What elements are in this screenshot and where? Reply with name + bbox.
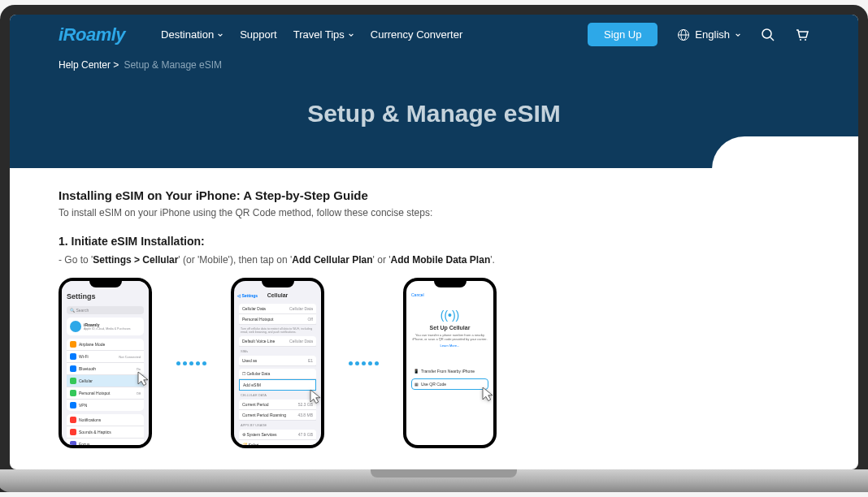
- search-button[interactable]: [761, 28, 775, 42]
- phone-settings: Settings 🔍 Search iRoamlyApple ID, iClou…: [59, 278, 152, 448]
- cart-button[interactable]: [795, 28, 809, 42]
- chevron-down-icon: [348, 32, 354, 38]
- breadcrumb-link[interactable]: Help Center >: [59, 59, 119, 71]
- section-title: Installing eSIM on Your iPhone: A Step-b…: [59, 188, 809, 202]
- svg-point-6: [805, 39, 806, 41]
- search-icon: [761, 28, 775, 42]
- page-title: Setup & Manage eSIM: [10, 100, 858, 127]
- pointer-icon: [131, 367, 149, 391]
- nav-support[interactable]: Support: [240, 28, 277, 41]
- logo[interactable]: iRoamly: [59, 24, 125, 45]
- nav-travel-tips[interactable]: Travel Tips: [293, 28, 354, 41]
- nav-destination[interactable]: Destination: [161, 28, 224, 41]
- svg-point-3: [762, 29, 771, 38]
- chevron-down-icon: [217, 32, 224, 38]
- breadcrumb: Help Center > Setup & Manage eSIM: [10, 54, 858, 76]
- phone-cellular: ◁ SettingsCellular Cellular DataCellular…: [231, 278, 324, 448]
- phone3-transfer-btn: 📱 Transfer From Nearby iPhone: [411, 366, 488, 376]
- sign-up-button[interactable]: Sign Up: [588, 23, 658, 46]
- section-intro: To install eSIM on your iPhone using the…: [59, 207, 809, 218]
- svg-point-5: [800, 39, 801, 41]
- svg-line-4: [770, 37, 774, 41]
- pointer-icon: [303, 385, 321, 409]
- nav-currency[interactable]: Currency Converter: [371, 28, 462, 41]
- language-selector[interactable]: English: [677, 28, 741, 41]
- chevron-down-icon: [735, 32, 741, 38]
- phone-setup-cellular: Cancel ((•)) Set Up Cellular You can tra…: [403, 278, 497, 448]
- breadcrumb-current: Setup & Manage eSIM: [124, 59, 222, 71]
- phone1-search: 🔍 Search: [67, 306, 144, 314]
- phone1-profile: iRoamlyApple ID, iCloud, Media & Purchas…: [67, 318, 144, 335]
- pointer-icon: [475, 382, 493, 407]
- cart-icon: [795, 28, 809, 42]
- nav-bar: iRoamly Destination Support Travel Tips …: [10, 15, 858, 54]
- globe-icon: [677, 28, 690, 41]
- step-text: - Go to 'Settings > Cellular' (or 'Mobil…: [59, 254, 809, 266]
- hero: Setup & Manage eSIM: [10, 76, 858, 168]
- step-title: 1. Initiate eSIM Installation:: [59, 235, 809, 248]
- phone-screenshots: Settings 🔍 Search iRoamlyApple ID, iClou…: [59, 278, 809, 448]
- cellular-icon: ((•)): [411, 309, 488, 322]
